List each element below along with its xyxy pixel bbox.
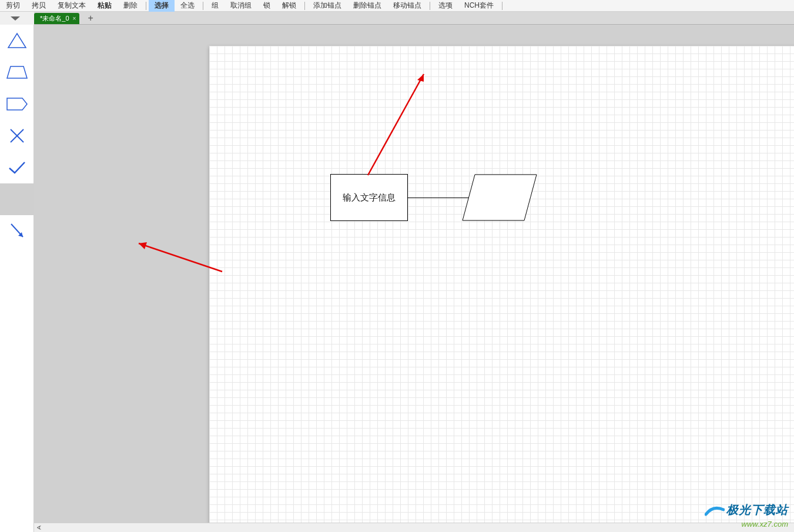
toolbar-item-选项[interactable]: 选项 bbox=[433, 0, 458, 12]
shapes-sidebar bbox=[0, 25, 34, 532]
cross-icon[interactable] bbox=[0, 120, 33, 152]
trapezoid-icon[interactable] bbox=[0, 56, 33, 88]
toolbar-item-剪切[interactable]: 剪切 bbox=[0, 0, 26, 12]
toolbar-item-删除锚点[interactable]: 删除锚点 bbox=[347, 0, 387, 12]
svg-marker-1 bbox=[7, 66, 27, 78]
scroll-track[interactable] bbox=[43, 524, 794, 532]
toolbar-item-添加锚点[interactable]: 添加锚点 bbox=[307, 0, 347, 12]
toolbar-separator bbox=[430, 2, 430, 10]
toolbar-item-锁[interactable]: 锁 bbox=[257, 0, 276, 12]
horizontal-scrollbar[interactable]: ∢ bbox=[34, 523, 794, 532]
hexagon-pointer-icon[interactable] bbox=[0, 88, 33, 120]
triangle-icon[interactable] bbox=[0, 25, 33, 56]
tab-title: *未命名_0 bbox=[40, 14, 69, 23]
svg-marker-2 bbox=[7, 98, 27, 110]
workspace[interactable]: 输入文字信息 bbox=[34, 25, 794, 523]
canvas-page[interactable]: 输入文字信息 bbox=[209, 46, 794, 523]
close-icon[interactable]: × bbox=[73, 15, 76, 22]
toolbar-separator bbox=[304, 2, 305, 10]
plus-icon: + bbox=[88, 13, 93, 24]
toolbar-separator bbox=[502, 2, 502, 10]
connector-line[interactable] bbox=[408, 198, 469, 198]
rectangle-node-text: 输入文字信息 bbox=[343, 192, 396, 203]
toolbar-item-全选[interactable]: 全选 bbox=[175, 0, 200, 12]
document-tab[interactable]: *未命名_0 × bbox=[34, 13, 79, 24]
arrow-down-right-icon[interactable] bbox=[0, 215, 33, 247]
toolbar-item-取消组[interactable]: 取消组 bbox=[225, 0, 257, 12]
check-icon[interactable] bbox=[0, 152, 33, 183]
svg-marker-0 bbox=[8, 34, 26, 48]
rectangle-node[interactable]: 输入文字信息 bbox=[330, 174, 408, 221]
toolbar-item-移动锚点[interactable]: 移动锚点 bbox=[387, 0, 427, 12]
toolbar-item-粘贴[interactable]: 粘贴 bbox=[92, 0, 118, 12]
toolbar-item-拷贝[interactable]: 拷贝 bbox=[26, 0, 52, 12]
toolbar-item-NCH套件[interactable]: NCH套件 bbox=[458, 0, 500, 12]
top-toolbar: 剪切拷贝复制文本粘贴删除选择全选组取消组锁解锁添加锚点删除锚点移动锚点选项NCH… bbox=[0, 0, 794, 12]
annotation-arrow-icon bbox=[356, 63, 438, 181]
toolbar-separator bbox=[203, 2, 203, 10]
toolbar-item-组[interactable]: 组 bbox=[206, 0, 225, 12]
svg-marker-9 bbox=[417, 74, 424, 82]
toolbar-item-复制文本[interactable]: 复制文本 bbox=[52, 0, 92, 12]
svg-line-8 bbox=[368, 74, 424, 175]
toolbar-item-解锁[interactable]: 解锁 bbox=[276, 0, 302, 12]
toolbar-item-选择[interactable]: 选择 bbox=[149, 0, 175, 12]
blank-slot[interactable] bbox=[0, 183, 33, 215]
toolbar-separator bbox=[146, 2, 146, 10]
parallelogram-node[interactable] bbox=[462, 174, 537, 221]
svg-marker-7 bbox=[463, 175, 537, 220]
scroll-left-icon[interactable]: ∢ bbox=[34, 524, 43, 532]
svg-marker-11 bbox=[139, 242, 147, 249]
sidebar-dropdown-icon[interactable] bbox=[11, 16, 20, 21]
toolbar-item-删除[interactable]: 删除 bbox=[118, 0, 143, 12]
tab-bar: *未命名_0 × + bbox=[34, 12, 794, 25]
new-tab-button[interactable]: + bbox=[84, 12, 96, 24]
